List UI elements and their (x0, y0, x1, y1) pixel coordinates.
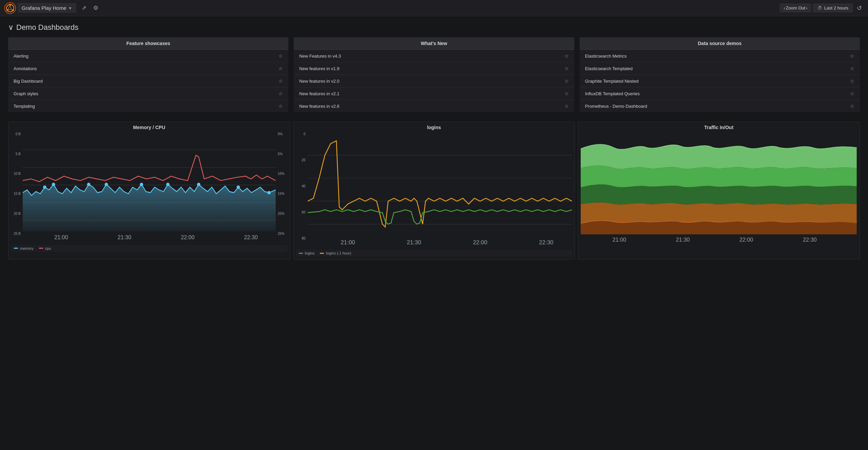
grafana-logo (4, 2, 16, 14)
list-item[interactable]: Alerting ☆ (8, 50, 288, 62)
panel-traffic: Traffic In/Out (578, 122, 860, 260)
dashboards-grid: Feature showcases Alerting ☆ Annotations… (8, 37, 860, 112)
main-content: ∨ Demo Dashboards Feature showcases Aler… (0, 16, 868, 266)
legend-color-logins-1h (320, 253, 324, 254)
star-icon[interactable]: ☆ (278, 91, 283, 96)
star-icon[interactable]: ☆ (850, 53, 854, 59)
svg-point-15 (87, 183, 90, 186)
star-icon[interactable]: ☆ (564, 91, 569, 96)
chart-inner-logins: 21:00 21:30 22:00 22:30 (308, 132, 572, 247)
star-icon[interactable]: ☆ (850, 103, 854, 109)
column-header-data-source-demos: Data source demos (580, 37, 860, 50)
svg-point-2 (9, 4, 11, 5)
legend-label-cpu: cpu (45, 246, 51, 250)
y-axis-left-memory-cpu: 25 B 20 B 15 B 10 B 5 B 0 B (11, 132, 23, 242)
star-icon[interactable]: ☆ (564, 103, 569, 109)
share-button[interactable]: ⇗ (79, 2, 89, 14)
time-range-label: Last 2 hours (824, 5, 848, 11)
svg-point-3 (12, 9, 14, 11)
star-icon[interactable]: ☆ (278, 53, 283, 59)
legend-label-logins: logins (305, 251, 315, 255)
settings-icon: ⚙ (93, 5, 98, 11)
star-icon[interactable]: ☆ (850, 78, 854, 84)
list-item[interactable]: New Features in v4.3 ☆ (294, 50, 574, 62)
time-range-button[interactable]: ⏱ Last 2 hours (813, 4, 853, 12)
legend-color-logins (299, 253, 303, 254)
chart-wrapper-logins: 80 60 40 20 0 (296, 132, 572, 247)
logins-chart: 21:00 21:30 22:00 22:30 (308, 132, 572, 247)
svg-text:22:30: 22:30 (539, 239, 553, 246)
legend-item-memory: memory (14, 246, 34, 250)
legend-item-logins: logins (299, 251, 315, 255)
svg-point-20 (236, 185, 240, 189)
star-icon[interactable]: ☆ (850, 66, 854, 71)
panel-title-memory-cpu: Memory / CPU (11, 125, 287, 130)
settings-button[interactable]: ⚙ (90, 2, 101, 14)
svg-point-19 (197, 183, 201, 186)
column-header-feature-showcases: Feature showcases (8, 37, 288, 50)
svg-point-14 (52, 183, 55, 186)
legend-color-cpu (39, 248, 43, 249)
section-chevron-icon: ∨ (8, 23, 14, 32)
next-icon: › (806, 5, 807, 11)
list-item[interactable]: Graph styles ☆ (8, 87, 288, 100)
star-icon[interactable]: ☆ (564, 66, 569, 71)
clock-icon: ⏱ (818, 5, 822, 11)
refresh-button[interactable]: ↺ (855, 3, 864, 13)
svg-text:22:00: 22:00 (473, 239, 487, 246)
memory-cpu-chart: 21:00 21:30 22:00 22:30 (23, 132, 276, 242)
svg-point-16 (105, 183, 108, 186)
list-item[interactable]: New features in v1.9 ☆ (294, 62, 574, 75)
list-item[interactable]: New features in v2.1 ☆ (294, 87, 574, 100)
panel-title-traffic: Traffic In/Out (581, 125, 857, 130)
panel-memory-cpu: Memory / CPU 25 B 20 B 15 B 10 B 5 B 0 B (8, 122, 290, 260)
chart-legend-memory-cpu: memory cpu (11, 245, 287, 252)
panels-grid: Memory / CPU 25 B 20 B 15 B 10 B 5 B 0 B (8, 122, 860, 260)
chart-wrapper-traffic: 21:00 21:30 22:00 22:30 (581, 132, 857, 243)
section-title: ∨ Demo Dashboards (8, 23, 860, 32)
chart-wrapper-memory-cpu: 25 B 20 B 15 B 10 B 5 B 0 B (11, 132, 287, 242)
svg-text:21:00: 21:00 (54, 234, 68, 241)
star-icon[interactable]: ☆ (564, 78, 569, 84)
legend-item-logins-1h: logins (-1 hour) (320, 251, 351, 255)
column-data-source-demos: Data source demos Elasticsearch Metrics … (580, 37, 860, 112)
list-item[interactable]: Annotations ☆ (8, 62, 288, 75)
panel-logins: logins 80 60 40 20 0 (293, 122, 575, 260)
star-icon[interactable]: ☆ (278, 103, 283, 109)
zoom-out-label: Zoom Out (786, 5, 805, 11)
legend-item-cpu: cpu (39, 246, 51, 250)
list-item[interactable]: Templating ☆ (8, 100, 288, 112)
list-item[interactable]: InfluxDB Templated Queries ☆ (580, 87, 860, 100)
panel-title-logins: logins (296, 125, 572, 130)
column-feature-showcases: Feature showcases Alerting ☆ Annotations… (8, 37, 288, 112)
list-item[interactable]: Prometheus - Demo Dashboard ☆ (580, 100, 860, 112)
list-item[interactable]: Elasticsearch Templated ☆ (580, 62, 860, 75)
header-controls: ‹ Zoom Out › ⏱ Last 2 hours ↺ (780, 3, 864, 13)
svg-text:21:00: 21:00 (340, 239, 355, 246)
list-item[interactable]: Graphite Templated Nested ☆ (580, 75, 860, 87)
dashboard-title-text: Grafana Play Home (22, 5, 66, 11)
star-icon[interactable]: ☆ (278, 78, 283, 84)
star-icon[interactable]: ☆ (278, 66, 283, 71)
star-icon[interactable]: ☆ (564, 53, 569, 59)
legend-label-logins-1h: logins (-1 hour) (326, 251, 351, 255)
svg-point-17 (140, 183, 143, 186)
star-icon[interactable]: ☆ (850, 91, 854, 96)
title-chevron-icon: ▼ (68, 6, 72, 10)
dashboard-title-button[interactable]: Grafana Play Home ▼ (18, 3, 76, 13)
section-title-text: Demo Dashboards (16, 23, 78, 32)
list-item[interactable]: Elasticsearch Metrics ☆ (580, 50, 860, 62)
list-item[interactable]: New features in v2.6 ☆ (294, 100, 574, 112)
chart-inner-memory-cpu: 21:00 21:30 22:00 22:30 (23, 132, 276, 242)
column-header-whats-new: What's New (294, 37, 574, 50)
legend-label-memory: memory (20, 246, 34, 250)
zoom-out-button[interactable]: ‹ Zoom Out › (780, 4, 811, 12)
svg-text:21:30: 21:30 (676, 237, 690, 243)
svg-text:21:30: 21:30 (118, 234, 131, 241)
svg-point-21 (267, 191, 271, 195)
svg-point-13 (43, 185, 46, 189)
app-header: Grafana Play Home ▼ ⇗ ⚙ ‹ Zoom Out › ⏱ L… (0, 0, 868, 16)
traffic-chart: 21:00 21:30 22:00 22:30 (581, 132, 857, 243)
list-item[interactable]: Big Dashboard ☆ (8, 75, 288, 87)
list-item[interactable]: New features in v2.0 ☆ (294, 75, 574, 87)
